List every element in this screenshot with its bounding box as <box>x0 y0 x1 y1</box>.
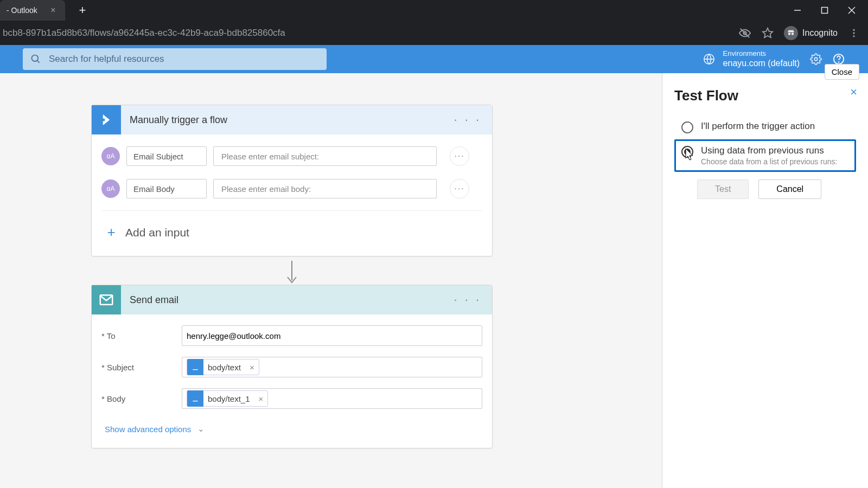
radio-label: Using data from previous runs <box>701 145 837 156</box>
token-text: body/text <box>203 363 245 372</box>
svg-point-18 <box>103 119 105 121</box>
token-text: body/text_1 <box>203 394 254 403</box>
input-row: αA Email Subject ··· <box>101 140 482 172</box>
token-remove-icon[interactable]: × <box>245 363 259 372</box>
svg-point-15 <box>814 57 818 61</box>
dynamic-token[interactable]: body/text × <box>187 359 259 375</box>
env-value: enayu.com (default) <box>723 58 800 69</box>
subject-label: * Subject <box>101 363 182 372</box>
radio-previous-runs[interactable]: Using data from previous runs Choose dat… <box>674 139 856 172</box>
svg-point-8 <box>792 33 794 35</box>
trigger-header[interactable]: Manually trigger a flow · · · <box>92 105 492 134</box>
incognito-badge[interactable]: Incognito <box>784 26 838 40</box>
environment-picker[interactable]: Environments enayu.com (default) <box>703 49 800 69</box>
to-input[interactable] <box>187 331 477 341</box>
body-label: * Body <box>101 394 182 403</box>
new-tab-button[interactable]: + <box>75 3 90 17</box>
tab-close-icon[interactable]: × <box>48 5 58 15</box>
environment-text: Environments enayu.com (default) <box>723 49 800 69</box>
svg-point-10 <box>853 32 854 34</box>
action-header[interactable]: Send email · · · <box>92 285 492 314</box>
trigger-card: Manually trigger a flow · · · αA Email S… <box>91 105 493 256</box>
trigger-menu-icon[interactable]: · · · <box>443 105 492 134</box>
incognito-icon <box>784 26 798 40</box>
search-box[interactable] <box>23 48 327 70</box>
chevron-down-icon: ⌄ <box>197 424 205 434</box>
app-header: Environments enayu.com (default) <box>0 45 868 73</box>
star-icon[interactable] <box>761 27 774 40</box>
radio-icon <box>681 121 693 133</box>
radio-trigger-action[interactable]: I'll perform the trigger action <box>674 115 856 139</box>
svg-line-13 <box>37 61 40 63</box>
flow-canvas: Manually trigger a flow · · · αA Email S… <box>0 73 662 488</box>
input-label[interactable]: Email Body <box>126 179 207 198</box>
row-menu-icon[interactable]: ··· <box>450 179 469 198</box>
to-label: * To <box>101 331 182 341</box>
app-body: Manually trigger a flow · · · αA Email S… <box>0 73 868 488</box>
token-remove-icon[interactable]: × <box>254 394 268 403</box>
eye-off-icon[interactable] <box>738 27 751 40</box>
panel-buttons: Test Cancel <box>674 179 856 199</box>
subject-field[interactable]: body/text × <box>182 357 482 377</box>
svg-rect-21 <box>193 369 197 370</box>
radio-sublabel: Choose data from a list of previous runs… <box>701 157 837 166</box>
action-title: Send email <box>130 294 443 306</box>
token-icon <box>187 390 203 407</box>
svg-rect-22 <box>193 401 197 401</box>
form-row-subject: * Subject body/text × <box>101 351 482 383</box>
panel-title: Test Flow <box>674 87 856 104</box>
close-window-icon[interactable] <box>845 4 858 17</box>
input-value[interactable] <box>213 146 437 166</box>
trigger-icon <box>92 105 121 134</box>
form-row-body: * Body body/text_1 × <box>101 383 482 414</box>
add-input-label: Add an input <box>125 226 189 239</box>
radio-label: I'll perform the trigger action <box>701 121 815 132</box>
row-menu-icon[interactable]: ··· <box>450 146 469 166</box>
radio-icon <box>681 146 693 158</box>
show-advanced-link[interactable]: Show advanced options ⌄ <box>101 414 482 437</box>
svg-rect-1 <box>822 8 828 14</box>
svg-point-12 <box>32 55 39 62</box>
search-input[interactable] <box>49 54 319 65</box>
action-menu-icon[interactable]: · · · <box>443 285 492 314</box>
svg-point-11 <box>853 35 854 37</box>
svg-marker-6 <box>763 28 773 37</box>
to-field[interactable] <box>182 325 482 346</box>
cancel-button[interactable]: Cancel <box>758 179 821 199</box>
gear-icon[interactable] <box>809 53 822 66</box>
input-label[interactable]: Email Subject <box>126 146 207 166</box>
kebab-menu-icon[interactable] <box>847 27 860 40</box>
test-flow-panel: × Test Flow I'll perform the trigger act… <box>662 73 868 488</box>
plus-icon: + <box>105 224 118 241</box>
svg-point-17 <box>839 62 839 62</box>
globe-icon <box>703 53 716 66</box>
email-icon <box>92 285 121 314</box>
close-tooltip: Close <box>825 64 859 80</box>
trigger-title: Manually trigger a flow <box>130 114 443 126</box>
body-field[interactable]: body/text_1 × <box>182 388 482 409</box>
add-input-button[interactable]: + Add an input <box>101 211 482 245</box>
input-value[interactable] <box>213 179 437 198</box>
url-text[interactable]: bcb8-897b1a5d8b63/flows/a962445a-ec3c-42… <box>0 28 738 38</box>
panel-close-icon[interactable]: × <box>850 85 857 99</box>
svg-point-7 <box>788 33 791 35</box>
input-row: αA Email Body ··· <box>101 172 482 205</box>
text-type-icon: αA <box>101 179 120 198</box>
minimize-icon[interactable] <box>791 4 804 17</box>
text-type-icon: αA <box>101 147 120 165</box>
token-icon <box>187 359 203 375</box>
window-controls <box>791 4 868 17</box>
maximize-icon[interactable] <box>818 4 831 17</box>
arrow-connector <box>91 256 493 285</box>
dynamic-token[interactable]: body/text_1 × <box>187 390 268 407</box>
action-card: Send email · · · * To * Subject <box>91 285 493 448</box>
test-button[interactable]: Test <box>697 179 749 199</box>
tab-title: - Outlook <box>7 6 37 15</box>
browser-tab[interactable]: - Outlook × <box>0 0 65 21</box>
search-icon <box>30 54 41 65</box>
browser-chrome: - Outlook × + bcb8-897b1a5d8b63/flows/a9… <box>0 0 868 45</box>
env-label: Environments <box>723 49 800 58</box>
form-row-to: * To <box>101 320 482 351</box>
svg-point-9 <box>853 29 854 30</box>
tab-strip: - Outlook × + <box>0 0 868 21</box>
